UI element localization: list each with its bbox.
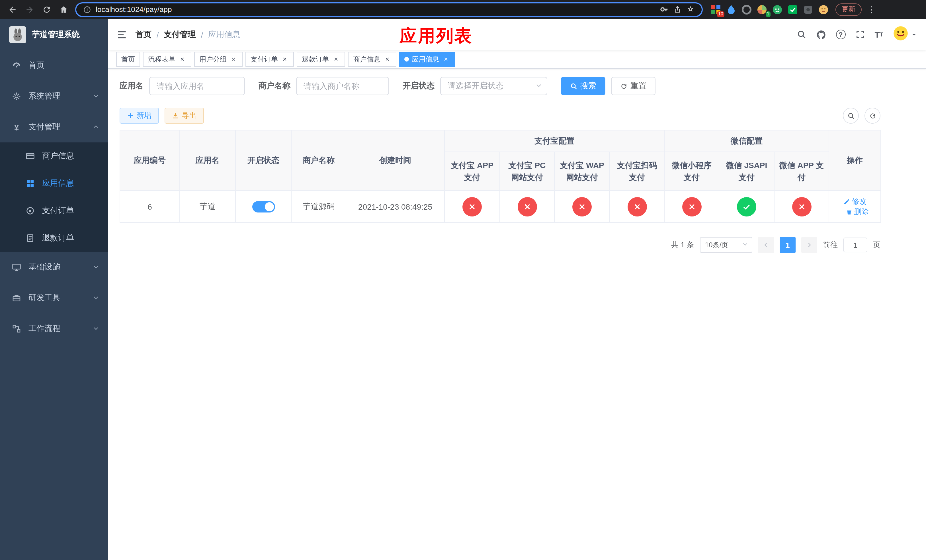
- payment-submenu: 商户信息 应用信息 支付订单: [0, 142, 108, 252]
- tab-close-icon[interactable]: ×: [178, 55, 186, 63]
- extension-wechat-icon[interactable]: [772, 4, 782, 15]
- pencil-icon: [843, 198, 850, 205]
- toolbox-icon: [11, 294, 22, 303]
- tab-close-icon[interactable]: ×: [383, 55, 391, 63]
- search-button[interactable]: 搜索: [561, 77, 605, 95]
- export-button[interactable]: 导出: [165, 107, 204, 124]
- col-app-id: 应用编号: [120, 130, 180, 191]
- cell-alipay-pc: [500, 191, 554, 222]
- tab-close-icon[interactable]: ×: [442, 55, 450, 63]
- tab-close-icon[interactable]: ×: [230, 55, 238, 63]
- sidebar-item-label: 退款订单: [42, 233, 74, 243]
- breadcrumb: 首页 / 支付管理 / 应用信息: [136, 29, 240, 39]
- caret-down-icon: [742, 241, 748, 249]
- search-icon[interactable]: [796, 30, 806, 39]
- sidebar-item-dev-tools[interactable]: 研发工具: [0, 283, 108, 313]
- url-text[interactable]: localhost:1024/pay/app: [96, 5, 172, 14]
- sidebar-item-pay-order[interactable]: 支付订单: [0, 197, 108, 224]
- col-group-alipay: 支付宝配置: [445, 130, 664, 152]
- delete-button[interactable]: 删除: [846, 206, 869, 217]
- extension-drop-icon[interactable]: [726, 4, 736, 15]
- font-size-icon[interactable]: TT: [875, 30, 883, 39]
- app-logo-row[interactable]: 芋道管理系统: [0, 19, 108, 50]
- app-logo: [9, 26, 26, 43]
- goto-label: 前往: [823, 240, 838, 250]
- cell-wx-mini: [664, 191, 719, 222]
- refresh-table-button[interactable]: [864, 107, 881, 124]
- back-icon[interactable]: [5, 2, 21, 17]
- reload-icon[interactable]: [39, 2, 54, 17]
- sidebar-item-label: 支付订单: [42, 206, 74, 216]
- sidebar-item-refund-order[interactable]: 退款订单: [0, 224, 108, 252]
- cell-actions: 修改 删除: [829, 191, 881, 222]
- sidebar-item-app-info[interactable]: 应用信息: [0, 170, 108, 197]
- edit-button[interactable]: 修改: [843, 196, 867, 206]
- bookmark-star-icon[interactable]: [686, 5, 695, 14]
- password-key-icon[interactable]: [660, 5, 669, 14]
- tab-close-icon[interactable]: ×: [332, 55, 340, 63]
- prev-page-button[interactable]: [758, 237, 774, 253]
- sidebar-item-home[interactable]: 首页: [0, 50, 108, 81]
- next-page-button[interactable]: [801, 237, 817, 253]
- refresh-icon: [869, 112, 876, 120]
- add-button[interactable]: 新增: [120, 107, 159, 124]
- tab-merchant-info[interactable]: 商户信息×: [348, 52, 396, 67]
- col-wx-app: 微信 APP 支付: [774, 152, 829, 191]
- browser-chrome: localhost:1024/pay/app 10 1: [0, 0, 926, 19]
- status-select[interactable]: 请选择开启状态: [440, 77, 547, 95]
- page-number-button[interactable]: 1: [780, 237, 796, 253]
- fullscreen-icon[interactable]: [855, 30, 865, 39]
- page-size-select[interactable]: 10条/页: [700, 237, 752, 253]
- gear-icon: [11, 92, 22, 101]
- extension-puzzle-icon[interactable]: [803, 4, 813, 15]
- col-actions: 操作: [829, 130, 881, 191]
- address-bar[interactable]: localhost:1024/pay/app: [75, 2, 703, 17]
- merchant-name-input[interactable]: [296, 77, 389, 95]
- breadcrumb-item[interactable]: 支付管理: [164, 29, 196, 39]
- home-icon[interactable]: [56, 2, 72, 17]
- status-label: 开启状态: [402, 81, 434, 91]
- user-menu[interactable]: [893, 26, 917, 43]
- tab-app-info[interactable]: 应用信息×: [399, 52, 455, 67]
- tab-refund-order[interactable]: 退款订单×: [297, 52, 345, 67]
- breadcrumb-item-current: 应用信息: [209, 29, 240, 39]
- sidebar-item-payment[interactable]: ¥ 支付管理: [0, 112, 108, 142]
- extension-avatar-icon[interactable]: 1: [757, 4, 767, 15]
- extension-ring-icon[interactable]: [741, 4, 752, 15]
- hamburger-icon[interactable]: [108, 29, 136, 39]
- github-icon[interactable]: [816, 29, 826, 39]
- forward-icon[interactable]: [22, 2, 38, 17]
- cell-merchant-name: 芋道源码: [291, 191, 346, 222]
- tab-pay-order[interactable]: 支付订单×: [245, 52, 294, 67]
- page-unit-label: 页: [873, 240, 881, 250]
- browser-update-button[interactable]: 更新: [835, 3, 862, 16]
- order-icon: [25, 206, 35, 215]
- enabled-toggle[interactable]: [252, 201, 275, 212]
- sidebar-item-system[interactable]: 系统管理: [0, 81, 108, 112]
- navbar-actions: ? TT: [796, 26, 926, 43]
- tab-close-icon[interactable]: ×: [281, 55, 289, 63]
- share-icon[interactable]: [673, 5, 682, 14]
- sidebar-item-infrastructure[interactable]: 基础设施: [0, 252, 108, 283]
- col-alipay-pc: 支付宝 PC 网站支付: [500, 152, 554, 191]
- toggle-search-button[interactable]: [843, 107, 859, 124]
- breadcrumb-item[interactable]: 首页: [136, 29, 151, 39]
- extension-face-icon[interactable]: [819, 4, 829, 15]
- col-wx-jsapi: 微信 JSAPI 支付: [719, 152, 774, 191]
- extension-grid-icon[interactable]: 10: [711, 4, 721, 15]
- tab-home[interactable]: 首页: [116, 52, 140, 67]
- tab-user-group[interactable]: 用户分组×: [194, 52, 243, 67]
- help-icon[interactable]: ?: [836, 30, 846, 39]
- app-name-input[interactable]: [149, 77, 245, 95]
- extension-green-square-icon[interactable]: [788, 4, 798, 15]
- sidebar-item-workflow[interactable]: 工作流程: [0, 313, 108, 344]
- chevron-down-icon: [93, 263, 99, 272]
- extension-badge: 1: [766, 11, 770, 17]
- browser-menu-icon[interactable]: ⋮: [867, 4, 876, 15]
- goto-page-input[interactable]: [843, 238, 867, 252]
- tab-process-form[interactable]: 流程表单×: [143, 52, 191, 67]
- sidebar-item-merchant-info[interactable]: 商户信息: [0, 142, 108, 170]
- page-info-icon[interactable]: [83, 5, 91, 14]
- reset-button[interactable]: 重置: [611, 77, 655, 95]
- cell-wx-app: [774, 191, 829, 222]
